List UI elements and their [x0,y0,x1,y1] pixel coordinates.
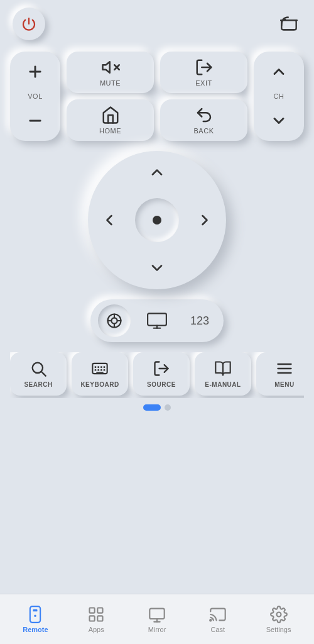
dpad-down-button[interactable] [144,255,170,280]
nav-remote-label: Remote [23,626,48,633]
source-function-label: SOURCE [147,381,176,388]
bottom-nav: Remote Apps Mirror Cast S [0,594,314,644]
ch-down-button[interactable] [266,108,291,133]
emanual-function-label: E-MANUAL [205,381,241,388]
search-function-label: SEARCH [24,381,52,388]
dpad-outer [88,151,226,289]
nav-mirror[interactable]: Mirror [127,601,188,638]
svg-point-44 [276,612,281,616]
nav-mirror-label: Mirror [148,626,166,633]
svg-rect-38 [90,616,95,621]
middle-controls-grid: MUTE EXIT HOME [67,52,247,141]
search-function-button[interactable]: SEARCH [10,352,67,396]
keyboard-function-button[interactable]: KEYBOARD [72,352,128,396]
nav-cast[interactable]: Cast [187,601,248,638]
numeric-button[interactable]: 123 [183,304,216,337]
nav-remote[interactable]: Remote [5,601,66,638]
vol-block: VOL [10,52,60,141]
svg-rect-19 [92,364,107,374]
cast-button[interactable] [276,11,301,36]
svg-rect-40 [149,608,164,618]
vol-down-button[interactable] [23,108,48,133]
vol-label: VOL [28,92,43,100]
ch-block: CH [254,52,304,141]
svg-marker-4 [102,62,109,73]
vol-up-button[interactable] [23,59,48,84]
dpad-center-dot [153,216,161,225]
svg-line-18 [41,372,45,375]
svg-rect-14 [148,313,166,325]
dpad-left-button[interactable] [97,208,122,233]
ch-up-button[interactable] [266,59,291,84]
exit-button[interactable]: EXIT [160,52,247,93]
page-dot-active [143,404,161,411]
menu-function-label: MENU [274,381,294,388]
emanual-function-button[interactable]: E-MANUAL [195,352,251,396]
controls-section: VOL MUTE [10,52,304,141]
svg-rect-0 [281,20,296,30]
dpad-section [10,151,304,289]
menu-function-button[interactable]: MENU [256,352,304,396]
keyboard-function-label: KEYBOARD [80,381,119,388]
source-function-button[interactable]: SOURCE [133,352,190,396]
pill-bar: 123 [90,299,224,342]
back-label: BACK [194,127,214,135]
nav-cast-label: Cast [210,626,225,633]
dpad-right-button[interactable] [192,208,217,233]
back-button[interactable]: BACK [160,99,247,141]
svg-point-43 [210,619,211,621]
nav-apps[interactable]: Apps [66,601,127,638]
svg-rect-34 [33,609,38,611]
exit-label: EXIT [195,79,212,87]
page-indicator [10,404,304,411]
nav-settings-label: Settings [266,626,291,633]
svg-rect-39 [98,616,103,621]
ch-label: CH [274,92,284,100]
nav-apps-label: Apps [89,626,104,633]
svg-point-35 [35,614,37,617]
pill-bar-section: 123 [10,299,304,342]
mute-label: MUTE [100,79,121,87]
power-button[interactable] [13,8,45,40]
home-label: HOME [99,127,121,135]
home-button[interactable]: HOME [67,99,154,141]
dpad-ok-button[interactable] [135,198,179,242]
screen-button[interactable] [141,304,173,337]
page-dot [165,404,171,411]
mute-button[interactable]: MUTE [67,52,154,93]
svg-point-9 [111,318,117,323]
function-buttons-row: SEARCH KEYBOARD SOURCE [10,352,304,398]
touchpad-button[interactable] [98,304,131,337]
svg-rect-36 [90,608,95,613]
top-bar [10,8,304,40]
svg-rect-33 [30,606,40,623]
nav-settings[interactable]: Settings [248,601,309,638]
svg-rect-37 [98,608,103,613]
dpad-up-button[interactable] [144,160,170,185]
